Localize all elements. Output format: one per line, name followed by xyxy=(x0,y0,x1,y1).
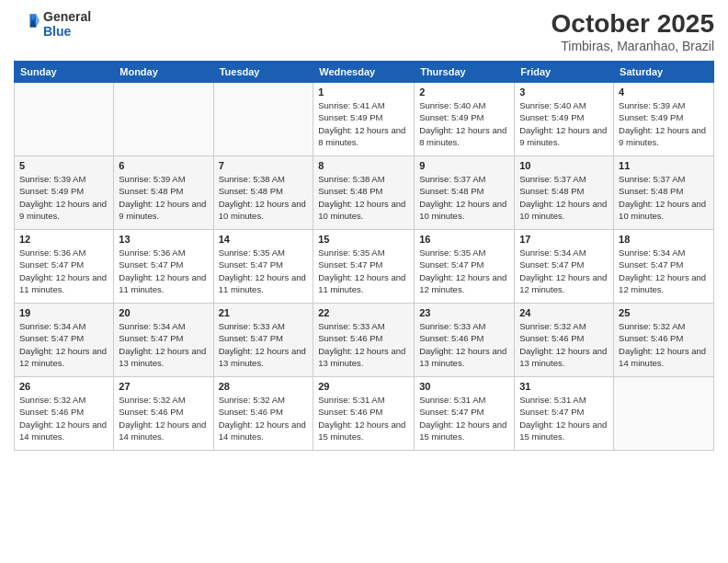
day-number: 28 xyxy=(219,381,309,392)
day-number: 26 xyxy=(19,381,108,392)
location-title: Timbiras, Maranhao, Brazil xyxy=(552,39,714,53)
day-number: 30 xyxy=(419,381,509,392)
day-info: Sunrise: 5:36 AM Sunset: 5:47 PM Dayligh… xyxy=(119,247,208,295)
calendar-cell: 24Sunrise: 5:32 AM Sunset: 5:46 PM Dayli… xyxy=(515,304,614,377)
calendar-cell xyxy=(15,83,114,156)
calendar-cell: 18Sunrise: 5:34 AM Sunset: 5:47 PM Dayli… xyxy=(614,230,714,304)
day-info: Sunrise: 5:38 AM Sunset: 5:48 PM Dayligh… xyxy=(219,173,309,222)
calendar-cell xyxy=(213,83,313,156)
day-number: 29 xyxy=(318,381,409,392)
title-block: October 2025 Timbiras, Maranhao, Brazil xyxy=(552,9,714,53)
col-thursday: Thursday xyxy=(415,62,515,83)
day-number: 5 xyxy=(19,160,108,171)
calendar-week-row: 19Sunrise: 5:34 AM Sunset: 5:47 PM Dayli… xyxy=(15,304,714,377)
day-number: 20 xyxy=(119,307,208,318)
day-info: Sunrise: 5:40 AM Sunset: 5:49 PM Dayligh… xyxy=(419,99,509,148)
day-info: Sunrise: 5:37 AM Sunset: 5:48 PM Dayligh… xyxy=(519,173,609,222)
logo-blue: Blue xyxy=(43,24,91,39)
day-number: 18 xyxy=(619,234,709,245)
day-info: Sunrise: 5:36 AM Sunset: 5:47 PM Dayligh… xyxy=(19,247,108,295)
day-number: 10 xyxy=(519,160,609,171)
day-number: 2 xyxy=(419,86,509,98)
day-info: Sunrise: 5:32 AM Sunset: 5:46 PM Dayligh… xyxy=(219,394,309,442)
day-number: 31 xyxy=(519,381,609,392)
day-number: 3 xyxy=(519,86,609,98)
calendar-cell: 26Sunrise: 5:32 AM Sunset: 5:46 PM Dayli… xyxy=(15,377,114,451)
day-number: 15 xyxy=(318,234,409,245)
day-info: Sunrise: 5:37 AM Sunset: 5:48 PM Dayligh… xyxy=(419,173,509,222)
day-info: Sunrise: 5:35 AM Sunset: 5:47 PM Dayligh… xyxy=(318,247,409,295)
calendar-cell: 9Sunrise: 5:37 AM Sunset: 5:48 PM Daylig… xyxy=(415,156,515,230)
calendar-week-row: 5Sunrise: 5:39 AM Sunset: 5:49 PM Daylig… xyxy=(15,156,714,230)
day-number: 6 xyxy=(119,160,208,171)
calendar-cell: 1Sunrise: 5:41 AM Sunset: 5:49 PM Daylig… xyxy=(313,83,415,156)
calendar-cell: 30Sunrise: 5:31 AM Sunset: 5:47 PM Dayli… xyxy=(415,377,515,451)
day-info: Sunrise: 5:35 AM Sunset: 5:47 PM Dayligh… xyxy=(219,247,309,295)
calendar-cell: 15Sunrise: 5:35 AM Sunset: 5:47 PM Dayli… xyxy=(313,230,415,304)
calendar-week-row: 1Sunrise: 5:41 AM Sunset: 5:49 PM Daylig… xyxy=(15,83,714,156)
day-number: 8 xyxy=(318,160,409,171)
calendar-cell: 27Sunrise: 5:32 AM Sunset: 5:46 PM Dayli… xyxy=(114,377,213,451)
calendar-cell: 17Sunrise: 5:34 AM Sunset: 5:47 PM Dayli… xyxy=(515,230,614,304)
day-number: 11 xyxy=(619,160,709,171)
day-info: Sunrise: 5:39 AM Sunset: 5:49 PM Dayligh… xyxy=(19,173,108,222)
logo-icon xyxy=(14,11,40,37)
calendar-table: Sunday Monday Tuesday Wednesday Thursday… xyxy=(14,61,714,451)
calendar-cell: 12Sunrise: 5:36 AM Sunset: 5:47 PM Dayli… xyxy=(15,230,114,304)
day-info: Sunrise: 5:34 AM Sunset: 5:47 PM Dayligh… xyxy=(119,320,208,369)
calendar-cell: 6Sunrise: 5:39 AM Sunset: 5:48 PM Daylig… xyxy=(114,156,213,230)
day-number: 22 xyxy=(318,307,409,318)
calendar-header-row: Sunday Monday Tuesday Wednesday Thursday… xyxy=(15,62,714,83)
calendar-cell: 7Sunrise: 5:38 AM Sunset: 5:48 PM Daylig… xyxy=(213,156,313,230)
day-number: 14 xyxy=(219,234,309,245)
calendar-week-row: 26Sunrise: 5:32 AM Sunset: 5:46 PM Dayli… xyxy=(15,377,714,451)
col-saturday: Saturday xyxy=(614,62,714,83)
calendar-cell xyxy=(614,377,714,451)
day-info: Sunrise: 5:32 AM Sunset: 5:46 PM Dayligh… xyxy=(19,394,108,442)
calendar-cell: 25Sunrise: 5:32 AM Sunset: 5:46 PM Dayli… xyxy=(614,304,714,377)
day-info: Sunrise: 5:39 AM Sunset: 5:48 PM Dayligh… xyxy=(119,173,208,222)
calendar-cell: 14Sunrise: 5:35 AM Sunset: 5:47 PM Dayli… xyxy=(213,230,313,304)
day-info: Sunrise: 5:32 AM Sunset: 5:46 PM Dayligh… xyxy=(619,320,709,369)
day-info: Sunrise: 5:33 AM Sunset: 5:46 PM Dayligh… xyxy=(419,320,509,369)
calendar-cell: 22Sunrise: 5:33 AM Sunset: 5:46 PM Dayli… xyxy=(313,304,415,377)
day-info: Sunrise: 5:34 AM Sunset: 5:47 PM Dayligh… xyxy=(19,320,108,369)
day-number: 4 xyxy=(619,86,709,98)
month-title: October 2025 xyxy=(552,9,714,39)
calendar-week-row: 12Sunrise: 5:36 AM Sunset: 5:47 PM Dayli… xyxy=(15,230,714,304)
day-number: 23 xyxy=(419,307,509,318)
col-tuesday: Tuesday xyxy=(213,62,313,83)
day-info: Sunrise: 5:33 AM Sunset: 5:46 PM Dayligh… xyxy=(318,320,409,369)
calendar-cell: 23Sunrise: 5:33 AM Sunset: 5:46 PM Dayli… xyxy=(415,304,515,377)
calendar-cell: 11Sunrise: 5:37 AM Sunset: 5:48 PM Dayli… xyxy=(614,156,714,230)
calendar-cell: 5Sunrise: 5:39 AM Sunset: 5:49 PM Daylig… xyxy=(15,156,114,230)
calendar-cell: 3Sunrise: 5:40 AM Sunset: 5:49 PM Daylig… xyxy=(515,83,614,156)
day-number: 13 xyxy=(119,234,208,245)
day-number: 17 xyxy=(519,234,609,245)
calendar-cell: 21Sunrise: 5:33 AM Sunset: 5:47 PM Dayli… xyxy=(213,304,313,377)
day-number: 21 xyxy=(219,307,309,318)
calendar-cell: 16Sunrise: 5:35 AM Sunset: 5:47 PM Dayli… xyxy=(415,230,515,304)
day-info: Sunrise: 5:40 AM Sunset: 5:49 PM Dayligh… xyxy=(519,99,609,148)
col-friday: Friday xyxy=(515,62,614,83)
day-info: Sunrise: 5:31 AM Sunset: 5:47 PM Dayligh… xyxy=(419,394,509,442)
logo: General Blue xyxy=(14,9,91,39)
calendar-cell: 4Sunrise: 5:39 AM Sunset: 5:49 PM Daylig… xyxy=(614,83,714,156)
day-info: Sunrise: 5:32 AM Sunset: 5:46 PM Dayligh… xyxy=(119,394,208,442)
day-number: 25 xyxy=(619,307,709,318)
day-info: Sunrise: 5:34 AM Sunset: 5:47 PM Dayligh… xyxy=(619,247,709,295)
calendar-cell: 31Sunrise: 5:31 AM Sunset: 5:47 PM Dayli… xyxy=(515,377,614,451)
day-info: Sunrise: 5:35 AM Sunset: 5:47 PM Dayligh… xyxy=(419,247,509,295)
day-number: 7 xyxy=(219,160,309,171)
calendar-cell: 13Sunrise: 5:36 AM Sunset: 5:47 PM Dayli… xyxy=(114,230,213,304)
day-number: 24 xyxy=(519,307,609,318)
day-info: Sunrise: 5:38 AM Sunset: 5:48 PM Dayligh… xyxy=(318,173,409,222)
header: General Blue October 2025 Timbiras, Mara… xyxy=(14,9,714,53)
col-monday: Monday xyxy=(114,62,213,83)
calendar-cell: 8Sunrise: 5:38 AM Sunset: 5:48 PM Daylig… xyxy=(313,156,415,230)
day-number: 9 xyxy=(419,160,509,171)
calendar-cell xyxy=(114,83,213,156)
day-info: Sunrise: 5:41 AM Sunset: 5:49 PM Dayligh… xyxy=(318,99,409,148)
day-info: Sunrise: 5:31 AM Sunset: 5:47 PM Dayligh… xyxy=(519,394,609,442)
page: General Blue October 2025 Timbiras, Mara… xyxy=(0,0,728,563)
